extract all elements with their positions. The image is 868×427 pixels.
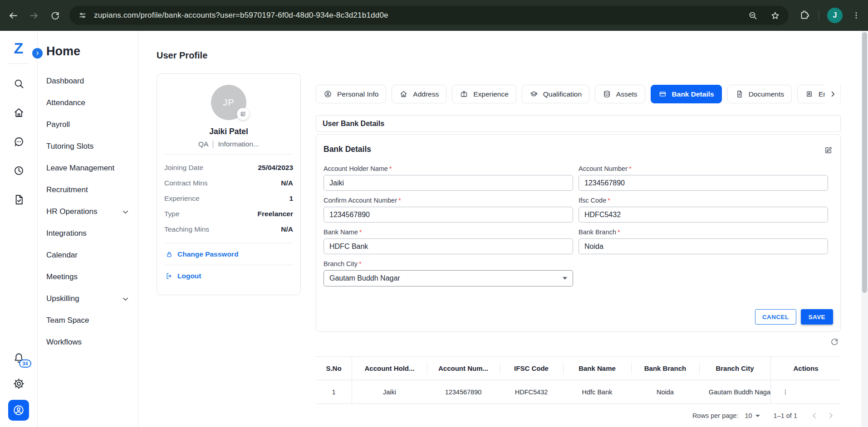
next-page-icon[interactable] — [826, 411, 835, 420]
back-icon[interactable] — [7, 10, 19, 21]
pencil-edit-icon — [240, 111, 246, 117]
column-header-account-holder[interactable]: Account Hold... — [352, 357, 427, 380]
required-asterisk: * — [629, 165, 632, 172]
cell-branch-city: Gautam Buddh Naga — [699, 380, 770, 403]
url-text[interactable]: zupians.com/profile/bank-accounts?user=b… — [94, 11, 740, 20]
branch-city-select[interactable]: Gautam Buddh Nagar — [324, 270, 573, 286]
tabs-scroll-right-button[interactable] — [825, 85, 840, 103]
column-header-branch-city[interactable]: Branch City — [699, 357, 770, 380]
field-confirm-account-number: Confirm Account Number* — [324, 197, 573, 223]
required-asterisk: * — [398, 197, 401, 204]
site-info-icon[interactable] — [78, 10, 88, 20]
scrollbar-thumb[interactable] — [862, 32, 867, 293]
field-account-number: Account Number* — [579, 165, 828, 191]
clock-icon[interactable] — [13, 165, 25, 177]
chevron-down-icon — [121, 208, 130, 216]
save-button[interactable]: SAVE — [801, 309, 833, 325]
field-bank-name: Bank Name* — [324, 228, 573, 254]
page-title: User Profile — [157, 50, 207, 61]
bank-name-input[interactable] — [324, 238, 573, 254]
nav-item-upskilling[interactable]: Upskilling — [46, 288, 138, 310]
rows-per-page-select[interactable]: 10 — [745, 412, 760, 419]
document-icon — [735, 90, 744, 98]
home-icon — [399, 90, 408, 98]
browser-menu-icon[interactable] — [852, 10, 861, 20]
change-password-link[interactable]: Change Password — [165, 250, 293, 258]
nav-item-leave-management[interactable]: Leave Management — [46, 157, 138, 179]
info-row-joining-date: Joining Date25/04/2023 — [164, 160, 293, 175]
select-caret-icon — [755, 415, 760, 417]
avatar-edit-button[interactable] — [237, 108, 249, 120]
chat-icon[interactable] — [13, 136, 25, 148]
bank-branch-input[interactable] — [579, 238, 828, 254]
nav-item-attendance[interactable]: Attendance — [46, 92, 138, 114]
tab-qualification[interactable]: Qualification — [522, 85, 589, 103]
notifications-button[interactable]: 34 — [13, 352, 25, 364]
main-content: User Profile JP Jaiki Patel QA Informati… — [138, 31, 868, 427]
cancel-button[interactable]: CANCEL — [755, 309, 796, 325]
tab-personal-info[interactable]: Personal Info — [316, 85, 386, 103]
profile-summary-card: JP Jaiki Patel QA Information... Joining… — [157, 73, 301, 295]
edit-bank-details-button[interactable] — [824, 146, 833, 155]
zoom-icon[interactable] — [748, 10, 758, 21]
nav-item-workflows[interactable]: Workflows — [46, 331, 138, 353]
row-actions-menu-icon[interactable] — [782, 388, 789, 396]
search-icon[interactable] — [13, 78, 25, 90]
my-profile-button[interactable] — [8, 400, 29, 421]
nav-item-tutoring-slots[interactable]: Tutoring Slots — [46, 136, 138, 157]
tab-assets[interactable]: Assets — [595, 85, 645, 103]
database-icon — [603, 90, 611, 98]
column-header-bank-branch[interactable]: Bank Branch — [631, 357, 699, 380]
sidebar-nav: Home Dashboard Attendance Payroll Tutori… — [38, 31, 138, 427]
nav-item-meetings[interactable]: Meetings — [46, 266, 138, 288]
profile-name: Jaiki Patel — [164, 127, 293, 136]
previous-page-icon[interactable] — [810, 411, 819, 420]
tab-documents[interactable]: Documents — [727, 85, 792, 103]
account-number-input[interactable] — [579, 175, 828, 191]
tab-address[interactable]: Address — [392, 85, 446, 103]
sidebar-expand-button[interactable] — [32, 48, 43, 58]
nav-item-calendar[interactable]: Calendar — [46, 244, 138, 266]
ifsc-code-input[interactable] — [579, 207, 828, 223]
rail-divider — [8, 63, 29, 64]
browser-toolbar: zupians.com/profile/bank-accounts?user=b… — [0, 0, 868, 31]
account-holder-name-input[interactable] — [324, 175, 573, 191]
tab-experience[interactable]: Experience — [452, 85, 516, 103]
id-badge-icon — [805, 90, 814, 98]
column-header-ifsc-code[interactable]: IFSC Code — [500, 357, 563, 380]
table-refresh-icon[interactable] — [830, 337, 839, 346]
reload-icon[interactable] — [50, 10, 60, 21]
column-header-bank-name[interactable]: Bank Name — [563, 357, 631, 380]
nav-item-hr-operations[interactable]: HR Operations — [46, 201, 138, 223]
forward-icon[interactable] — [29, 10, 40, 21]
confirm-account-number-input[interactable] — [324, 207, 573, 223]
column-header-sno[interactable]: S.No — [316, 357, 352, 380]
cell-ifsc-code: HDFC5432 — [500, 380, 563, 403]
subtitle-divider — [213, 141, 213, 148]
nav-item-team-space[interactable]: Team Space — [46, 310, 138, 331]
bookmark-star-icon[interactable] — [770, 10, 780, 21]
nav-item-payroll[interactable]: Payroll — [46, 114, 138, 136]
extensions-icon[interactable] — [799, 10, 810, 21]
table-row: 1 Jaiki 1234567890 HDFC5432 Hdfc Bank No… — [316, 380, 841, 404]
column-header-account-number[interactable]: Account Num... — [427, 357, 500, 380]
field-branch-city: Branch City* Gautam Buddh Nagar — [324, 260, 573, 286]
nav-item-dashboard[interactable]: Dashboard — [46, 70, 138, 92]
cell-bank-name: Hdfc Bank — [563, 380, 631, 403]
nav-item-recruitment[interactable]: Recruitment — [46, 179, 138, 201]
bank-card-title: Bank Details — [324, 145, 833, 154]
lock-icon — [165, 250, 173, 258]
settings-gear-icon[interactable] — [13, 378, 25, 390]
nav-item-integrations[interactable]: Integrations — [46, 223, 138, 244]
profile-department: Information... — [218, 140, 259, 148]
browser-profile-avatar[interactable]: J — [827, 8, 843, 23]
vertical-scrollbar[interactable] — [861, 31, 868, 427]
rows-per-page-label: Rows per page: — [692, 412, 739, 419]
tasks-doc-icon[interactable] — [13, 194, 25, 206]
app-logo[interactable]: Z — [14, 39, 24, 57]
home-icon[interactable] — [13, 107, 25, 119]
select-caret-icon — [563, 277, 567, 280]
address-bar[interactable]: zupians.com/profile/bank-accounts?user=b… — [69, 6, 789, 25]
tab-bank-details[interactable]: Bank Details — [651, 85, 722, 103]
logout-link[interactable]: Logout — [165, 272, 293, 280]
